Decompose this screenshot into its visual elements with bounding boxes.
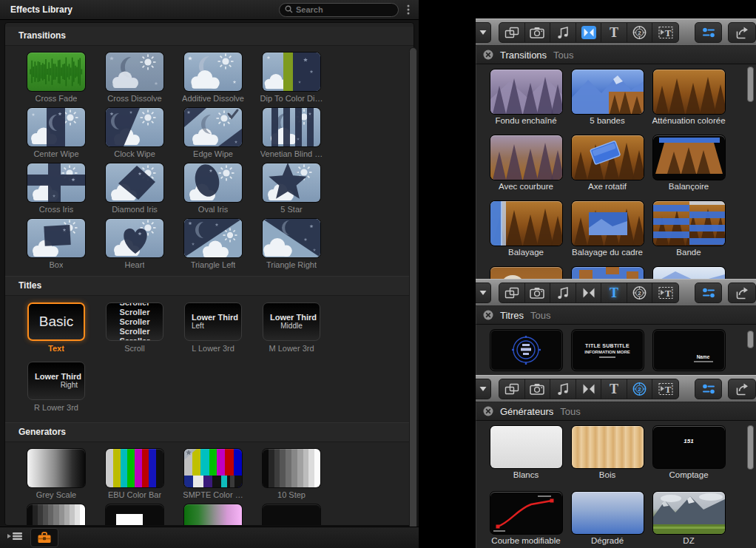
filter-all-button[interactable]: Tous bbox=[560, 406, 580, 417]
browser-settings-button[interactable] bbox=[695, 379, 723, 399]
effect-tile[interactable]: Cross Iris bbox=[17, 163, 95, 219]
browser-item[interactable]: Axe rotatif bbox=[567, 135, 648, 201]
effect-tile[interactable]: Additive Dissolve bbox=[174, 53, 252, 108]
effect-tile[interactable]: Oval Iris bbox=[174, 163, 252, 219]
browser-item[interactable]: Name bbox=[648, 330, 729, 375]
effect-tile[interactable]: Lower ThirdLeftL Lower 3rd bbox=[174, 302, 252, 362]
effect-tile[interactable]: Cross Fade bbox=[17, 53, 95, 108]
browser-item[interactable]: Balançoire bbox=[648, 135, 729, 201]
browser-item[interactable]: Avec courbure bbox=[485, 135, 567, 201]
effect-tile[interactable]: Venetian Blind … bbox=[252, 108, 331, 163]
effect-tile[interactable]: Triangle Right bbox=[252, 219, 331, 274]
effect-tile[interactable]: Grey Scale bbox=[17, 449, 95, 504]
effect-tile[interactable]: 10 Step bbox=[252, 449, 331, 504]
browser-item[interactable]: Blancs bbox=[485, 426, 567, 492]
transitions-browser-button-active[interactable] bbox=[576, 23, 602, 42]
toolbox-button[interactable] bbox=[30, 528, 58, 547]
effect-tile[interactable]: SMPTE Color … bbox=[174, 449, 252, 504]
browser-item[interactable]: Atténuation colorée bbox=[648, 70, 729, 135]
effect-tile[interactable]: Edge Wipe bbox=[174, 108, 252, 163]
scrollbar-thumb[interactable] bbox=[409, 47, 417, 544]
effect-tile[interactable]: Cross Dissolve bbox=[95, 53, 174, 108]
effect-tile[interactable]: EBU Color Bar bbox=[95, 449, 174, 504]
clips-browser-button[interactable] bbox=[499, 23, 525, 42]
effect-tile[interactable]: Box bbox=[17, 219, 95, 274]
media-dropdown-button[interactable] bbox=[476, 379, 491, 399]
effect-tile[interactable]: Lower ThirdMiddleM Lower 3rd bbox=[252, 302, 331, 362]
photos-browser-button[interactable] bbox=[525, 23, 551, 42]
browser-item[interactable]: Bois bbox=[567, 426, 648, 492]
browser-item[interactable] bbox=[648, 267, 729, 279]
effect-label: 10 Step bbox=[277, 490, 306, 499]
generators-browser-button[interactable]: 2 bbox=[627, 23, 653, 42]
browser-item[interactable]: Fondu enchaîné bbox=[485, 70, 567, 135]
share-button[interactable] bbox=[728, 283, 756, 303]
themes-browser-button[interactable]: T bbox=[652, 283, 678, 302]
close-icon[interactable] bbox=[483, 406, 493, 416]
transitions-browser-button[interactable] bbox=[576, 283, 602, 302]
close-icon[interactable] bbox=[483, 310, 493, 320]
themes-browser-button[interactable]: T bbox=[652, 379, 678, 399]
browser-item[interactable]: 5 bandes bbox=[567, 70, 648, 135]
panel-menu-icon[interactable] bbox=[404, 4, 413, 15]
scrollbar-thumb[interactable] bbox=[747, 425, 754, 470]
themes-browser-button[interactable]: T bbox=[652, 23, 678, 42]
filter-all-button[interactable]: Tous bbox=[530, 310, 550, 321]
effect-tile[interactable]: Window bbox=[95, 504, 174, 526]
browser-item[interactable] bbox=[567, 267, 648, 279]
effect-tile[interactable]: YCbCr Ramp bbox=[174, 504, 252, 526]
photos-browser-button[interactable] bbox=[525, 283, 551, 302]
search-input[interactable] bbox=[296, 5, 393, 14]
titles-browser-button-active[interactable]: T bbox=[601, 283, 627, 302]
titles-browser-button[interactable]: T bbox=[601, 23, 627, 42]
browser-item[interactable]: TITLE SUBTITLEINFORMATION MORE bbox=[567, 330, 648, 375]
scrollbar-thumb[interactable] bbox=[747, 67, 754, 102]
close-icon[interactable] bbox=[483, 50, 493, 60]
photos-browser-button[interactable] bbox=[525, 379, 551, 399]
browser-item[interactable]: 151Comptage bbox=[648, 426, 729, 492]
browser-item[interactable]: DZ bbox=[648, 492, 729, 548]
effect-tile[interactable]: Clock Wipe bbox=[95, 108, 174, 163]
lower-third-middle-thumbnail: Lower ThirdMiddle bbox=[263, 302, 320, 341]
search-field[interactable] bbox=[279, 3, 399, 17]
effect-tile[interactable]: 5 Star bbox=[252, 163, 331, 219]
effect-tile[interactable]: Center Wipe bbox=[17, 108, 95, 163]
browser-item[interactable]: Dégradé bbox=[567, 492, 648, 548]
effect-tile[interactable]: Solid Color bbox=[252, 504, 331, 526]
audio-browser-button[interactable] bbox=[550, 379, 576, 399]
effect-tile[interactable]: Heart bbox=[95, 219, 174, 274]
audio-browser-button[interactable] bbox=[550, 283, 576, 302]
browser-item[interactable]: Courbe modifiable bbox=[485, 492, 567, 548]
transitions-browser-button[interactable] bbox=[576, 379, 602, 399]
share-button[interactable] bbox=[728, 379, 756, 399]
effect-tile[interactable]: Triangle Left bbox=[174, 219, 252, 274]
effect-tile[interactable]: Diamond Iris bbox=[95, 163, 174, 219]
media-dropdown-button[interactable] bbox=[476, 22, 491, 43]
media-dropdown-button[interactable] bbox=[476, 283, 491, 303]
browser-item[interactable]: Balayage bbox=[485, 201, 567, 267]
svg-text:T: T bbox=[610, 382, 618, 396]
browser-item[interactable] bbox=[485, 330, 567, 375]
list-view-icon[interactable] bbox=[7, 531, 22, 544]
share-button[interactable] bbox=[728, 22, 756, 43]
generators-browser-button[interactable]: 2 bbox=[627, 283, 653, 302]
browser-item-label: Axe rotatif bbox=[588, 182, 627, 192]
filter-all-button[interactable]: Tous bbox=[553, 50, 573, 61]
browser-item[interactable] bbox=[485, 267, 567, 279]
titles-browser-button[interactable]: T bbox=[601, 379, 627, 399]
browser-settings-button[interactable] bbox=[695, 22, 723, 43]
clips-browser-button[interactable] bbox=[499, 379, 525, 399]
browser-item[interactable]: Balayage du cadre bbox=[567, 201, 648, 267]
browser-item-label: Bande bbox=[676, 248, 701, 257]
effect-tile[interactable]: BasicText bbox=[17, 302, 95, 362]
generators-browser-button-active[interactable]: 2 bbox=[627, 379, 653, 399]
browser-item[interactable]: Bande bbox=[648, 201, 729, 267]
clips-browser-button[interactable] bbox=[499, 283, 525, 302]
effect-tile[interactable]: ScrollerScrollerScrollerScrollerScroller… bbox=[95, 302, 174, 362]
effect-tile[interactable]: Lower ThirdRightR Lower 3rd bbox=[17, 362, 95, 421]
effect-tile[interactable]: Dip To Color Di… bbox=[252, 53, 331, 108]
browser-settings-button[interactable] bbox=[695, 283, 723, 303]
effect-tile[interactable]: 100mV Steps bbox=[17, 504, 95, 526]
scrollbar-thumb[interactable] bbox=[747, 331, 754, 348]
audio-browser-button[interactable] bbox=[550, 23, 576, 42]
